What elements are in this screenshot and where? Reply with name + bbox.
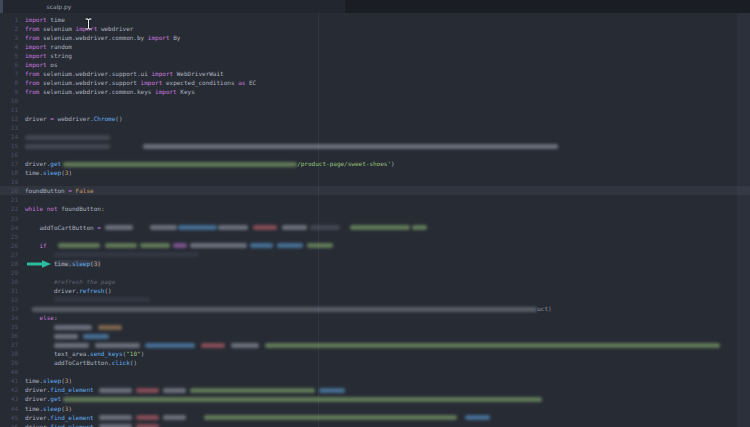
code-text: from selenium.webdriver.support import e… (25, 78, 256, 87)
line-number: 45 (0, 413, 18, 422)
code-line-14[interactable]: 14 (0, 132, 750, 141)
code-line-40[interactable]: 40 (0, 367, 750, 376)
code-line-27[interactable]: 27 (0, 250, 750, 259)
code-token: get (50, 160, 61, 167)
code-token: ) (68, 169, 72, 176)
code-line-34[interactable]: 34 else: (0, 313, 750, 322)
code-line-6[interactable]: 6import os (0, 60, 750, 69)
code-line-12[interactable]: 12driver = webdriver.Chrome() (0, 114, 750, 123)
code-line-41[interactable]: 41time.sleep(3) (0, 376, 750, 385)
line-number: 46 (0, 422, 18, 427)
code-text: #refresh the page (25, 277, 115, 286)
code-line-5[interactable]: 5import string (0, 51, 750, 60)
code-line-11[interactable]: 11 (0, 105, 750, 114)
code-token: import (25, 16, 47, 23)
code-token: find_element (50, 414, 93, 421)
code-line-18[interactable]: 18time.sleep(3) (0, 168, 750, 177)
code-line-46[interactable]: 46driver.find_element (0, 422, 750, 427)
code-token: addToCartButton (25, 224, 97, 231)
code-token: driver. (25, 386, 50, 393)
code-line-32[interactable]: 32 (0, 295, 750, 304)
code-text: while not foundButton: (25, 204, 105, 213)
code-text: foundButton = False (25, 186, 94, 195)
code-token (25, 305, 32, 312)
code-line-2[interactable]: 2from selenium import webdriver (0, 24, 750, 33)
code-line-4[interactable]: 4import random (0, 42, 750, 51)
code-line-39[interactable]: 39 addToCartButton.click() (0, 358, 750, 367)
code-token: driver. (25, 414, 50, 421)
code-line-17[interactable]: 17driver.get/product-page/sweet-shoes') (0, 159, 750, 168)
code-line-25[interactable]: 25 (0, 232, 750, 241)
redacted-code-blur (54, 325, 92, 330)
code-token: os (47, 61, 58, 68)
code-line-22[interactable]: 22while not foundButton: (0, 204, 750, 213)
redacted-code-blur (32, 307, 537, 312)
line-number: 36 (0, 331, 18, 340)
code-text: driver.get/product-page/sweet-shoes') (25, 159, 395, 168)
code-text: time.sleep(3) (25, 376, 72, 385)
code-line-28[interactable]: 28 time.sleep(3) (0, 259, 750, 268)
line-number: 9 (0, 87, 18, 96)
code-line-37[interactable]: 37 (0, 340, 750, 349)
code-line-36[interactable]: 36 (0, 331, 750, 340)
line-number: 4 (0, 42, 18, 51)
code-line-43[interactable]: 43driver.get (0, 394, 750, 403)
line-number: 15 (0, 141, 18, 150)
code-text: from selenium.webdriver.common.keys impo… (25, 87, 195, 96)
code-line-35[interactable]: 35 (0, 322, 750, 331)
code-line-38[interactable]: 38 text_area.send_keys("10") (0, 349, 750, 358)
line-number: 39 (0, 358, 18, 367)
code-line-26[interactable]: 26 if (0, 241, 750, 250)
code-line-9[interactable]: 9from selenium.webdriver.common.keys imp… (0, 87, 750, 96)
code-token: By (170, 34, 181, 41)
redacted-code-blur (253, 225, 277, 230)
tab-scalp-py[interactable]: scalp.py (3, 0, 115, 13)
line-number: 32 (0, 295, 18, 304)
code-line-20[interactable]: 20foundButton = False (0, 186, 750, 195)
code-text (25, 340, 720, 349)
redacted-code-blur (190, 388, 315, 393)
code-text: driver.find_element (25, 413, 490, 422)
code-editor[interactable]: 1import time2from selenium import webdri… (0, 13, 750, 427)
code-line-42[interactable]: 42driver.find_element (0, 385, 750, 394)
redacted-code-blur (143, 144, 558, 149)
code-line-15[interactable]: 15 (0, 141, 750, 150)
code-line-29[interactable]: 29 (0, 268, 750, 277)
code-token: () (130, 359, 137, 366)
code-line-19[interactable]: 19 (0, 177, 750, 186)
code-token: click (112, 359, 130, 366)
line-number: 11 (0, 105, 18, 114)
code-token: sleep (43, 377, 61, 384)
code-line-24[interactable]: 24 addToCartButton = (0, 223, 750, 232)
line-number: 35 (0, 322, 18, 331)
code-line-21[interactable]: 21 (0, 195, 750, 204)
code-text: addToCartButton.click() (25, 358, 137, 367)
redacted-code-blur (83, 334, 109, 339)
code-line-44[interactable]: 44time.sleep(3) (0, 404, 750, 413)
code-text (25, 322, 122, 331)
code-token: driver. (25, 287, 79, 294)
code-text: import string (25, 51, 72, 60)
line-number: 31 (0, 286, 18, 295)
code-line-3[interactable]: 3from selenium.webdriver.common.by impor… (0, 33, 750, 42)
code-token: string (47, 52, 72, 59)
code-line-31[interactable]: 31 driver.refresh() (0, 286, 750, 295)
code-token: from (25, 88, 39, 95)
code-line-7[interactable]: 7from selenium.webdriver.support.ui impo… (0, 69, 750, 78)
code-line-33[interactable]: 33 uct) (0, 304, 750, 313)
code-line-23[interactable]: 23 (0, 214, 750, 223)
code-text: uct) (25, 304, 552, 313)
code-token: () (104, 287, 111, 294)
code-token: import (25, 43, 47, 50)
line-number: 8 (0, 78, 18, 87)
redacted-code-blur (136, 415, 159, 420)
code-line-45[interactable]: 45driver.find_element (0, 413, 750, 422)
code-line-13[interactable]: 13 (0, 123, 750, 132)
line-number: 28 (0, 259, 18, 268)
code-line-30[interactable]: 30 #refresh the page (0, 277, 750, 286)
code-token: foundButton: (58, 205, 105, 212)
code-line-10[interactable]: 10 (0, 96, 750, 105)
code-line-1[interactable]: 1import time (0, 15, 750, 24)
code-line-16[interactable]: 16 (0, 150, 750, 159)
code-line-8[interactable]: 8from selenium.webdriver.support import … (0, 78, 750, 87)
